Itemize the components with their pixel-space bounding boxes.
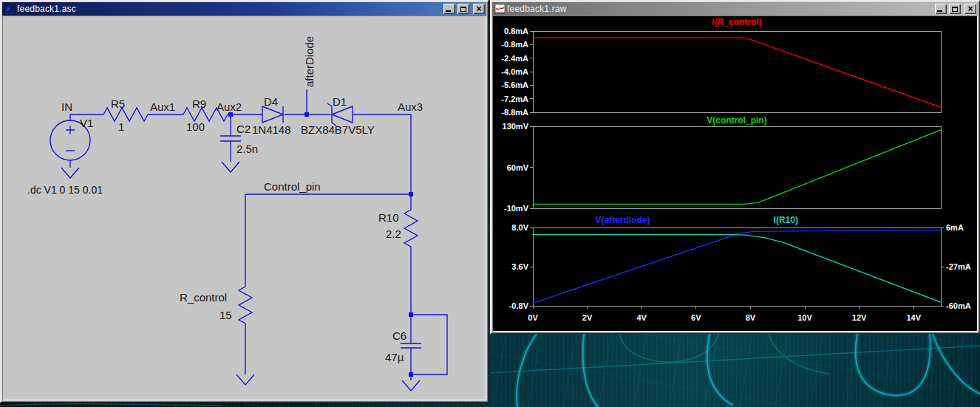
schematic-window: feedback1.asc × [0, 0, 489, 403]
component-label-d4[interactable]: D4 [264, 95, 278, 108]
close-button[interactable]: × [473, 4, 485, 14]
y-tick-label: 3.6V [511, 262, 528, 271]
net-label-aux2[interactable]: Aux2 [217, 100, 242, 113]
x-tick-label: 12V [852, 313, 867, 322]
y-tick-label: 0.8mA [504, 27, 528, 35]
component-label-r10[interactable]: R10 [378, 211, 399, 224]
y-tick-label: -0.8mA [501, 40, 528, 49]
trace-V(afterdiode) [533, 230, 941, 304]
y-tick-label: -2.4mA [501, 54, 528, 63]
net-label-in[interactable]: IN [61, 100, 72, 113]
x-tick-label: 6V [691, 313, 701, 322]
trace-title[interactable]: I(R10) [774, 215, 798, 225]
close-button[interactable]: × [964, 4, 976, 14]
y-tick-label: -4.0mA [501, 67, 528, 76]
y-tick-label: 130mV [503, 122, 529, 131]
component-label-c2[interactable]: C2 [237, 123, 251, 135]
y-tick-label: -7.2mA [501, 95, 528, 103]
component-label-r5[interactable]: R5 [111, 98, 125, 110]
y2-tick-label: -27mA [946, 262, 971, 271]
net-label-control-pin[interactable]: Control_pin [264, 180, 321, 193]
y-tick-label: 60mV [507, 163, 529, 172]
close-icon: × [967, 5, 973, 13]
component-value-r-control[interactable]: 15 [220, 309, 232, 321]
maximize-icon [952, 7, 958, 12]
y2-tick-label: -60mA [946, 301, 971, 310]
net-label-afterdiode[interactable]: afterDiode [303, 36, 316, 87]
trace-I(R_control) [533, 38, 941, 107]
component-value-c2[interactable]: 2.5n [237, 143, 258, 155]
waveform-plot-area[interactable]: 0.8mA-0.8mA-2.4mA-4.0mA-5.6mA-7.2mA-8.8m… [492, 16, 978, 332]
component-value-c6[interactable]: 47µ [385, 351, 404, 363]
spice-directive[interactable]: .dc V1 0 15 0.01 [27, 184, 103, 196]
waveform-window-title: feedback1.raw [507, 2, 933, 16]
component-label-c6[interactable]: C6 [392, 329, 406, 342]
maximize-icon [460, 7, 466, 12]
component-r10[interactable] [404, 210, 418, 247]
component-d4[interactable] [262, 106, 283, 123]
plot-pane-2: 130mV60mV-10mVV(control_pin) [503, 115, 941, 213]
plot-pane-3: 8.0V3.6V-0.8V6mA-27mA-60mA0V2V4V6V8V10V1… [509, 215, 971, 322]
x-tick-label: 14V [906, 313, 921, 322]
component-value-r9[interactable]: 100 [186, 120, 205, 133]
component-c2[interactable] [220, 136, 241, 141]
ground-symbols[interactable] [61, 162, 420, 391]
minimize-button[interactable] [935, 4, 947, 14]
component-value-d4[interactable]: 1N4148 [252, 123, 291, 136]
component-label-r-control[interactable]: R_control [180, 291, 227, 304]
waveform-icon[interactable] [494, 4, 505, 14]
trace-title[interactable]: V(afterdiode) [595, 215, 650, 225]
plot-pane-1: 0.8mA-0.8mA-2.4mA-4.0mA-5.6mA-7.2mA-8.8m… [501, 17, 941, 117]
component-value-r5[interactable]: 1 [118, 120, 124, 133]
waveform-titlebar[interactable]: feedback1.raw × [492, 2, 978, 16]
y-tick-label: -8.8mA [501, 108, 528, 117]
maximize-button[interactable] [949, 4, 961, 14]
component-r-control[interactable] [239, 287, 252, 324]
ltspice-schematic-icon[interactable] [4, 4, 15, 14]
x-tick-label: 0V [528, 313, 538, 322]
x-tick-label: 10V [797, 313, 812, 322]
x-tick-label: 4V [636, 313, 647, 322]
trace-I(R10) [533, 235, 941, 303]
pane-1-axis-box [533, 31, 941, 112]
x-tick-label: 2V [582, 313, 593, 322]
trace-V(control_pin) [533, 130, 941, 205]
y2-tick-label: 6mA [946, 223, 964, 232]
trace-title[interactable]: I(R_control) [712, 17, 761, 27]
y-tick-label: -0.8V [509, 301, 529, 310]
minimize-icon [937, 10, 942, 12]
trace-title[interactable]: V(control_pin) [707, 115, 766, 126]
net-label-aux3[interactable]: Aux3 [398, 100, 423, 113]
schematic-window-title: feedback1.asc [17, 2, 441, 16]
desktop: feedback1.asc × [0, 0, 980, 407]
y-tick-label: 8.0V [511, 223, 528, 232]
net-label-aux1[interactable]: Aux1 [150, 100, 175, 113]
pane-3-axis-box [533, 228, 941, 306]
x-tick-label: 8V [746, 313, 756, 322]
y-tick-label: -10mV [504, 204, 529, 213]
minimize-icon [446, 10, 451, 12]
close-icon: × [476, 5, 481, 13]
schematic-canvas[interactable]: IN V1 R5 1 Aux1 R9 100 Aux2 C2 2.5n D4 1… [2, 16, 486, 400]
component-label-d1[interactable]: D1 [333, 95, 347, 108]
schematic-titlebar[interactable]: feedback1.asc × [2, 2, 486, 16]
waveform-window: feedback1.raw × 0.8mA-0.8mA-2.4mA-4.0mA-… [490, 0, 980, 334]
y-tick-label: -5.6mA [501, 81, 528, 89]
component-label-v1[interactable]: V1 [80, 117, 93, 129]
component-value-r10[interactable]: 2.2 [386, 228, 401, 240]
maximize-button[interactable] [457, 4, 469, 14]
component-r5[interactable] [103, 108, 148, 121]
component-label-r9[interactable]: R9 [192, 98, 206, 110]
component-value-d1[interactable]: BZX84B7V5LY [301, 123, 375, 136]
minimize-button[interactable] [443, 4, 455, 14]
component-c6[interactable] [401, 343, 421, 348]
pane-2-axis-box [533, 126, 941, 208]
